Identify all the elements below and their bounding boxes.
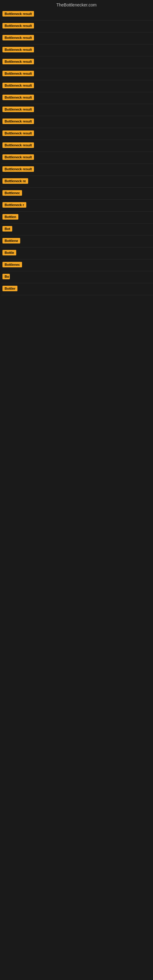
bottleneck-badge[interactable]: Bottleneck result xyxy=(2,11,34,16)
bottleneck-badge[interactable]: Bottleneck result xyxy=(2,23,34,29)
result-row: Bottleneck result xyxy=(1,80,153,92)
bottleneck-badge[interactable]: Bottleneck re xyxy=(2,178,28,184)
bottleneck-badge[interactable]: Bottlenec xyxy=(2,262,22,267)
site-title: TheBottlenecker.com xyxy=(56,2,97,7)
bottleneck-badge[interactable]: Bottleneck result xyxy=(2,166,34,172)
bottleneck-badge[interactable]: Bottleneck result xyxy=(2,95,34,100)
bottleneck-badge[interactable]: Bottleneck result xyxy=(2,130,34,136)
bottleneck-badge[interactable]: Bot xyxy=(2,226,12,232)
result-row: Bottle xyxy=(1,247,153,259)
bottleneck-badge[interactable]: Bottle xyxy=(2,250,16,255)
result-row: Bottler xyxy=(1,283,153,295)
bottleneck-badge[interactable]: Bottleneck r xyxy=(2,202,26,208)
result-row: Bottlenec xyxy=(1,259,153,271)
result-row: Bottlen xyxy=(1,212,153,224)
bottleneck-badge[interactable]: Bottlen xyxy=(2,214,18,220)
result-row: Bottleneck result xyxy=(1,32,153,45)
result-row: Bottleneck result xyxy=(1,116,153,128)
bottleneck-badge[interactable]: Bottleneck result xyxy=(2,119,34,124)
bottleneck-badge[interactable]: Bottlene xyxy=(2,238,20,243)
result-row: Bot xyxy=(1,224,153,235)
bottleneck-badge[interactable]: Bottleneck result xyxy=(2,142,34,148)
bottleneck-badge[interactable]: Bottleneck result xyxy=(2,107,34,112)
result-row: Bottleneck result xyxy=(1,152,153,164)
result-row: Bottleneck result xyxy=(1,21,153,32)
result-row: Bottleneck result xyxy=(1,68,153,80)
site-header: TheBottlenecker.com xyxy=(0,0,153,9)
result-row: Bottleneck result xyxy=(1,128,153,140)
bottleneck-badge[interactable]: Bottleneck result xyxy=(2,59,34,64)
result-row: Bottleneck result xyxy=(1,56,153,68)
bottleneck-badge[interactable]: Bottleneck result xyxy=(2,71,34,76)
bottleneck-badge[interactable]: Bottleneck result xyxy=(2,154,34,160)
result-row: Bottleneck result xyxy=(1,9,153,21)
bottleneck-badge[interactable]: Bottlenec xyxy=(2,190,22,196)
bottleneck-badge[interactable]: Bottleneck result xyxy=(2,35,34,40)
result-row: Bo xyxy=(1,271,153,283)
result-row: Bottleneck result xyxy=(1,104,153,116)
bottleneck-badge[interactable]: Bottler xyxy=(2,286,18,291)
results-container: Bottleneck resultBottleneck resultBottle… xyxy=(0,9,153,295)
result-row: Bottleneck result xyxy=(1,92,153,104)
result-row: Bottleneck result xyxy=(1,140,153,152)
result-row: Bottlenec xyxy=(1,188,153,200)
result-row: Bottleneck result xyxy=(1,164,153,176)
bottleneck-badge[interactable]: Bottleneck result xyxy=(2,47,34,52)
bottleneck-badge[interactable]: Bo xyxy=(2,274,10,279)
result-row: Bottlene xyxy=(1,235,153,247)
result-row: Bottleneck result xyxy=(1,45,153,56)
bottleneck-badge[interactable]: Bottleneck result xyxy=(2,83,34,88)
result-row: Bottleneck re xyxy=(1,176,153,188)
result-row: Bottleneck r xyxy=(1,200,153,212)
